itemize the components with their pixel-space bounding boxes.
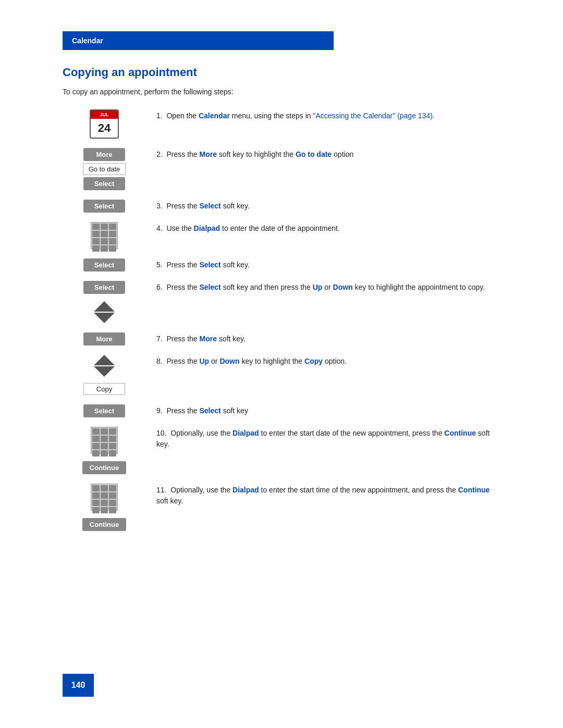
step-2-icon-col: More Go to date Select: [63, 148, 146, 190]
continue-text-10: Continue: [444, 429, 476, 437]
step-6: Select 6. Press the Select soft key and …: [63, 281, 500, 323]
nav-icon-8: [94, 355, 115, 377]
step-7-icon-col: More: [63, 332, 146, 346]
more-text: More: [200, 150, 217, 158]
step-5-icon-col: Select: [63, 258, 146, 272]
step-1: JUL 24 1. Open the Calendar menu, using …: [63, 109, 500, 139]
step-2: More Go to date Select 2. Press the More…: [63, 148, 500, 190]
steps-container: JUL 24 1. Open the Calendar menu, using …: [63, 109, 500, 540]
select-softkey-9: Select: [83, 404, 125, 417]
select-text-6: Select: [200, 283, 221, 291]
step-5-text: 5. Press the Select soft key.: [156, 258, 500, 270]
continue-softkey-10: Continue: [82, 461, 126, 474]
dialpad-icon-11: [91, 484, 118, 511]
select-softkey-2: Select: [83, 177, 125, 190]
up-text-8: Up: [200, 357, 210, 365]
more-softkey-7: More: [83, 332, 125, 346]
dialpad-text-11: Dialpad: [232, 486, 259, 494]
select-text-3: Select: [200, 202, 221, 210]
cal-body: 24: [91, 119, 118, 138]
step-2-text: 2. Press the More soft key to highlight …: [156, 148, 500, 160]
select-softkey-5: Select: [83, 258, 125, 272]
down-text-6: Down: [333, 283, 353, 291]
select-softkey-6: Select: [83, 281, 125, 294]
section-header-title: Calendar: [72, 36, 103, 45]
intro-text: To copy an appointment, perform the foll…: [63, 88, 500, 96]
continue-text-11: Continue: [458, 486, 490, 494]
step-num: 4.: [156, 224, 166, 232]
step-num: 8.: [156, 357, 166, 365]
cal-header: JUL: [91, 110, 118, 119]
calendar-link: Calendar: [199, 112, 230, 120]
dialpad-icon-4: [91, 222, 118, 249]
page-number: 140: [63, 674, 94, 697]
select-text-5: Select: [200, 261, 221, 269]
select-softkey-3: Select: [83, 200, 125, 213]
step-7: More 7. Press the More soft key.: [63, 332, 500, 346]
step-num: 3.: [156, 202, 166, 210]
step-3: Select 3. Press the Select soft key.: [63, 200, 500, 213]
step-8: Copy 8. Press the Up or Down key to high…: [63, 355, 500, 395]
step-5: Select 5. Press the Select soft key.: [63, 258, 500, 272]
step-num: 5.: [156, 261, 166, 269]
nav-icon-6: [94, 301, 115, 323]
dialpad-text-4: Dialpad: [194, 224, 221, 232]
accessing-calendar-link[interactable]: "Accessing the Calendar" (page 134).: [313, 112, 434, 120]
step-3-icon-col: Select: [63, 200, 146, 213]
step-6-icon-col: Select: [63, 281, 146, 323]
step-10: Continue 10. Optionally, use the Dialpad…: [63, 427, 500, 474]
page-title: Copying an appointment: [63, 66, 500, 79]
step-num: 10.: [156, 429, 170, 437]
select-text-9: Select: [200, 406, 221, 415]
page-container: Calendar Copying an appointment To copy …: [0, 0, 563, 728]
down-text-8: Down: [219, 357, 239, 365]
step-num: 1.: [156, 112, 166, 120]
step-8-text: 8. Press the Up or Down key to highlight…: [156, 355, 500, 367]
step-11: Continue 11. Optionally, use the Dialpad…: [63, 484, 500, 531]
step-num: 11.: [156, 486, 170, 494]
down-arrow-icon-8: [94, 366, 115, 377]
up-arrow-icon-6: [94, 301, 115, 312]
step-7-text: 7. Press the More soft key.: [156, 332, 500, 344]
dialpad-text-10: Dialpad: [232, 429, 259, 437]
step-4-text: 4. Use the Dialpad to enter the date of …: [156, 222, 500, 234]
step-10-text: 10. Optionally, use the Dialpad to enter…: [156, 427, 500, 450]
step-9-icon-col: Select: [63, 404, 146, 417]
step-9: Select 9. Press the Select soft key: [63, 404, 500, 417]
dialpad-icon-10: [91, 427, 118, 454]
step-10-icon-col: Continue: [63, 427, 146, 474]
goto-date-textbox: Go to date: [83, 163, 126, 175]
step-num: 2.: [156, 150, 166, 158]
step-11-text: 11. Optionally, use the Dialpad to enter…: [156, 484, 500, 507]
step-6-text: 6. Press the Select soft key and then pr…: [156, 281, 500, 293]
step-4: 4. Use the Dialpad to enter the date of …: [63, 222, 500, 249]
step-num: 9.: [156, 406, 166, 415]
step-9-text: 9. Press the Select soft key: [156, 404, 500, 416]
more-softkey: More: [83, 148, 125, 161]
step-4-icon-col: [63, 222, 146, 249]
step-11-icon-col: Continue: [63, 484, 146, 531]
step-num: 7.: [156, 335, 166, 343]
section-header: Calendar: [63, 31, 334, 50]
continue-softkey-11: Continue: [82, 518, 126, 531]
down-arrow-icon-6: [94, 313, 115, 323]
more-text-7: More: [200, 335, 217, 343]
step-1-icon-col: JUL 24: [63, 109, 146, 139]
go-to-date-text: Go to date: [296, 150, 332, 158]
copy-textbox: Copy: [83, 383, 125, 395]
step-8-icon-col: Copy: [63, 355, 146, 395]
up-arrow-icon-8: [94, 355, 115, 365]
up-text-6: Up: [313, 283, 323, 291]
step-num: 6.: [156, 283, 166, 291]
step-3-text: 3. Press the Select soft key.: [156, 200, 500, 212]
calendar-icon: JUL 24: [90, 109, 119, 139]
copy-text-8: Copy: [304, 357, 323, 365]
step-1-text: 1. Open the Calendar menu, using the ste…: [156, 109, 500, 121]
